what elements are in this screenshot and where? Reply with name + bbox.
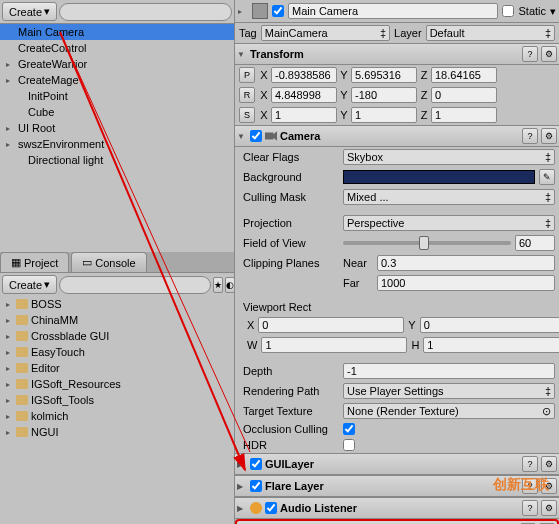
- expand-icon[interactable]: ▸: [6, 316, 10, 325]
- active-checkbox[interactable]: [272, 5, 284, 17]
- tag-dropdown[interactable]: MainCamera‡: [261, 25, 390, 41]
- fold-icon[interactable]: ▸: [238, 7, 248, 16]
- filter2-icon[interactable]: ◐: [225, 277, 235, 293]
- static-checkbox[interactable]: [502, 5, 514, 17]
- fold-icon[interactable]: ▶: [237, 504, 247, 513]
- scl-x-input[interactable]: [271, 107, 337, 123]
- gear-icon[interactable]: ⚙: [541, 478, 557, 494]
- expand-icon[interactable]: ▸: [6, 428, 10, 437]
- fold-icon[interactable]: ▼: [237, 132, 247, 141]
- clear-flags-dropdown[interactable]: Skybox‡: [343, 149, 555, 165]
- project-item[interactable]: ▸Crossblade GUI: [0, 328, 234, 344]
- fov-slider[interactable]: [343, 241, 511, 245]
- render-path-dropdown[interactable]: Use Player Settings‡: [343, 383, 555, 399]
- transform-header[interactable]: ▼ Transform ? ⚙: [235, 43, 559, 65]
- project-item[interactable]: ▸NGUI: [0, 424, 234, 440]
- component-enabled-checkbox[interactable]: [250, 480, 262, 492]
- rot-y-input[interactable]: [351, 87, 417, 103]
- component-header[interactable]: ▶Audio Source?⚙: [235, 519, 559, 524]
- project-search-input[interactable]: [59, 276, 211, 294]
- component-header[interactable]: ▶Audio Listener?⚙: [235, 497, 559, 519]
- scl-y-input[interactable]: [351, 107, 417, 123]
- expand-icon[interactable]: ▸: [6, 412, 10, 421]
- gear-icon[interactable]: ⚙: [541, 456, 557, 472]
- far-input[interactable]: [377, 275, 555, 291]
- near-input[interactable]: [377, 255, 555, 271]
- vp-w-input[interactable]: [261, 337, 407, 353]
- project-item[interactable]: ▸IGSoft_Resources: [0, 376, 234, 392]
- hierarchy-item[interactable]: Cube: [0, 104, 234, 120]
- fov-input[interactable]: [515, 235, 555, 251]
- hdr-checkbox[interactable]: [343, 439, 355, 451]
- expand-icon[interactable]: ▸: [6, 332, 10, 341]
- project-item[interactable]: ▸ChinaMM: [0, 312, 234, 328]
- expand-icon[interactable]: ▸: [6, 300, 10, 309]
- hierarchy-item[interactable]: ▸CreateMage: [0, 72, 234, 88]
- project-item[interactable]: ▸BOSS: [0, 296, 234, 312]
- expand-icon[interactable]: ▸: [6, 380, 10, 389]
- tab-console[interactable]: ▭Console: [71, 252, 146, 272]
- hierarchy-panel[interactable]: Main CameraCreateControl▸GreateWarrior▸C…: [0, 23, 234, 252]
- projection-dropdown[interactable]: Perspective‡: [343, 215, 555, 231]
- scale-button[interactable]: S: [239, 107, 255, 123]
- tab-project[interactable]: ▦Project: [0, 252, 69, 272]
- hierarchy-item[interactable]: ▸UI Root: [0, 120, 234, 136]
- component-enabled-checkbox[interactable]: [250, 458, 262, 470]
- component-header[interactable]: ▶Flare Layer?⚙: [235, 475, 559, 497]
- expand-icon[interactable]: ▸: [6, 76, 10, 85]
- camera-header[interactable]: ▼ Camera ? ⚙: [235, 125, 559, 147]
- position-button[interactable]: P: [239, 67, 255, 83]
- component-header[interactable]: ▶GUILayer?⚙: [235, 453, 559, 475]
- create-button[interactable]: Create ▾: [2, 2, 57, 21]
- help-icon[interactable]: ?: [522, 46, 538, 62]
- expand-icon[interactable]: ▸: [6, 140, 10, 149]
- occlusion-checkbox[interactable]: [343, 423, 355, 435]
- project-panel[interactable]: ▸BOSS▸ChinaMM▸Crossblade GUI▸EasyTouch▸E…: [0, 296, 234, 524]
- pos-x-input[interactable]: [271, 67, 337, 83]
- rot-z-input[interactable]: [431, 87, 497, 103]
- fold-icon[interactable]: ▼: [237, 50, 247, 59]
- project-item[interactable]: ▸IGSoft_Tools: [0, 392, 234, 408]
- hierarchy-item[interactable]: ▸GreateWarrior: [0, 56, 234, 72]
- fold-icon[interactable]: ▶: [237, 482, 247, 491]
- pos-z-input[interactable]: [431, 67, 497, 83]
- hierarchy-item[interactable]: Main Camera: [0, 24, 234, 40]
- scl-z-input[interactable]: [431, 107, 497, 123]
- component-enabled-checkbox[interactable]: [265, 502, 277, 514]
- culling-dropdown[interactable]: Mixed ...‡: [343, 189, 555, 205]
- pos-y-input[interactable]: [351, 67, 417, 83]
- fold-icon[interactable]: ▶: [237, 460, 247, 469]
- hierarchy-item[interactable]: InitPoint: [0, 88, 234, 104]
- gear-icon[interactable]: ⚙: [541, 46, 557, 62]
- rot-x-input[interactable]: [271, 87, 337, 103]
- gear-icon[interactable]: ⚙: [541, 128, 557, 144]
- hierarchy-item[interactable]: Directional light: [0, 152, 234, 168]
- help-icon[interactable]: ?: [522, 456, 538, 472]
- expand-icon[interactable]: ▸: [6, 124, 10, 133]
- expand-icon[interactable]: ▸: [6, 348, 10, 357]
- static-dropdown-icon[interactable]: ▾: [550, 5, 556, 18]
- project-item[interactable]: ▸Editor: [0, 360, 234, 376]
- rotation-button[interactable]: R: [239, 87, 255, 103]
- expand-icon[interactable]: ▸: [6, 60, 10, 69]
- camera-enabled-checkbox[interactable]: [250, 130, 262, 142]
- project-item[interactable]: ▸EasyTouch: [0, 344, 234, 360]
- help-icon[interactable]: ?: [522, 500, 538, 516]
- hierarchy-item[interactable]: ▸swszEnvironment: [0, 136, 234, 152]
- hierarchy-search-input[interactable]: [59, 3, 232, 21]
- vp-x-input[interactable]: [258, 317, 404, 333]
- expand-icon[interactable]: ▸: [6, 396, 10, 405]
- object-name-input[interactable]: [288, 3, 498, 19]
- filter-icon[interactable]: ★: [213, 277, 223, 293]
- create-button-project[interactable]: Create ▾: [2, 275, 57, 294]
- depth-input[interactable]: [343, 363, 555, 379]
- hierarchy-item[interactable]: CreateControl: [0, 40, 234, 56]
- target-tex-field[interactable]: None (Render Texture)⊙: [343, 403, 555, 419]
- project-item[interactable]: ▸kolmich: [0, 408, 234, 424]
- help-icon[interactable]: ?: [522, 128, 538, 144]
- vp-h-input[interactable]: [423, 337, 559, 353]
- vp-y-input[interactable]: [420, 317, 559, 333]
- expand-icon[interactable]: ▸: [6, 364, 10, 373]
- eyedropper-icon[interactable]: ✎: [539, 169, 555, 185]
- help-icon[interactable]: ?: [522, 478, 538, 494]
